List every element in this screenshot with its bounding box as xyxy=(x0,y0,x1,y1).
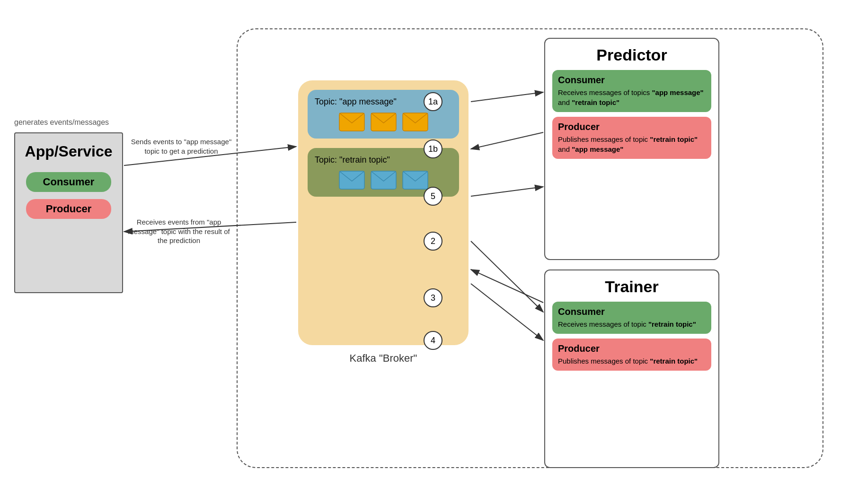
circle-4: 4 xyxy=(424,331,442,350)
app-producer-badge: Producer xyxy=(26,199,111,219)
envelope-6 xyxy=(402,171,428,190)
diagram-container: generates events/messages App/Service Co… xyxy=(0,0,849,504)
app-message-envelopes xyxy=(315,113,452,131)
trainer-consumer-text: Receives messages of topic "retrain topi… xyxy=(558,319,706,329)
trainer-producer-block: Producer Publishes messages of topic "re… xyxy=(552,339,711,371)
app-service-title: App/Service xyxy=(25,143,113,160)
envelope-1 xyxy=(339,113,365,131)
circle-5: 5 xyxy=(424,187,442,206)
app-consumer-badge: Consumer xyxy=(26,172,111,192)
generates-label: generates events/messages xyxy=(14,118,109,127)
trainer-consumer-block: Consumer Receives messages of topic "ret… xyxy=(552,302,711,334)
predictor-consumer-text: Receives messages of topics "app message… xyxy=(558,87,706,107)
envelope-2 xyxy=(371,113,397,131)
circle-3: 3 xyxy=(424,288,442,307)
receive-arrow-label: Receives events from "app message" topic… xyxy=(127,217,231,245)
predictor-producer-text: Publishes messages of topic "retrain top… xyxy=(558,134,706,154)
predictor-consumer-block: Consumer Receives messages of topics "ap… xyxy=(552,70,711,112)
circle-2: 2 xyxy=(424,232,442,251)
kafka-label: Kafka "Broker" xyxy=(298,352,469,365)
predictor-producer-block: Producer Publishes messages of topic "re… xyxy=(552,117,711,159)
predictor-title: Predictor xyxy=(552,46,711,64)
envelope-3 xyxy=(402,113,428,131)
kafka-broker-box: Topic: "app message" xyxy=(298,80,469,345)
send-arrow-label: Sends events to "app message" topic to g… xyxy=(127,137,236,156)
trainer-consumer-title: Consumer xyxy=(558,306,706,317)
circle-1a: 1a xyxy=(424,92,442,111)
circle-1b: 1b xyxy=(424,139,442,158)
predictor-producer-title: Producer xyxy=(558,122,706,132)
predictor-box: Predictor Consumer Receives messages of … xyxy=(544,38,719,260)
trainer-box: Trainer Consumer Receives messages of to… xyxy=(544,269,719,468)
predictor-consumer-title: Consumer xyxy=(558,75,706,86)
trainer-producer-title: Producer xyxy=(558,343,706,354)
envelope-4 xyxy=(339,171,365,190)
app-service-box: App/Service Consumer Producer xyxy=(14,132,123,293)
envelope-5 xyxy=(371,171,397,190)
trainer-producer-text: Publishes messages of topic "retrain top… xyxy=(558,356,706,366)
trainer-title: Trainer xyxy=(552,278,711,296)
